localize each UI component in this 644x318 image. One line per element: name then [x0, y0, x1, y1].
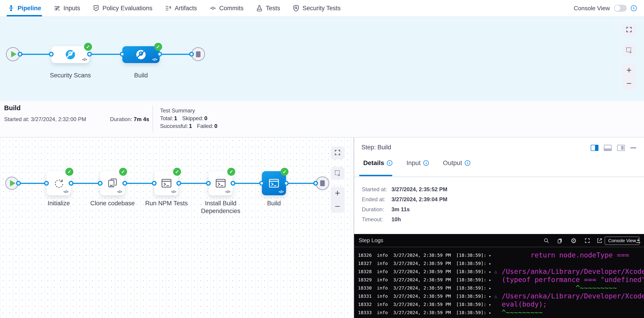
log-line-18331[interactable]: 18331info3/27/2024, 2:38:59 PM[18:38:59]…: [354, 294, 644, 302]
log-level: info: [377, 269, 388, 274]
pipeline-node-initialize[interactable]: </>✓: [47, 171, 71, 195]
policy-icon: [92, 4, 100, 12]
tab-info-icon[interactable]: i: [387, 160, 392, 166]
nav-right: Console View i: [574, 5, 644, 12]
tab-label: Security Tests: [302, 5, 341, 12]
tab-label: Details: [363, 159, 384, 167]
log-time: [18:38:59]:: [456, 302, 486, 307]
log-line-18332[interactable]: 18332info3/27/2024, 2:38:59 PM[18:38:59]…: [354, 302, 644, 310]
console-view-info-icon[interactable]: i: [631, 5, 637, 11]
log-open-external-icon[interactable]: [596, 237, 603, 244]
zoom-out-button[interactable]: −: [622, 77, 636, 90]
stage-summary: Build Started at: 3/27/2024, 2:32:00 PM …: [0, 101, 644, 137]
layout-bottom-icon[interactable]: [604, 145, 612, 151]
step-logs-title: Step Logs: [359, 237, 383, 244]
log-date: 3/27/2024, 2:38:59 PM: [393, 253, 451, 258]
log-line-18326[interactable]: 18326info3/27/2024, 2:38:59 PM[18:38:59]…: [354, 253, 644, 261]
log-search-icon[interactable]: [543, 237, 550, 244]
tab-security-tests[interactable]: Security Tests: [292, 0, 341, 16]
console-view-toggle[interactable]: [614, 5, 627, 11]
log-line-18333[interactable]: 18333info3/27/2024, 2:38:59 PM[18:38:59]…: [354, 310, 644, 318]
log-line-number: 18329: [358, 277, 372, 283]
log-caret-icon[interactable]: ▸: [489, 269, 492, 274]
log-caret-icon[interactable]: ▸: [489, 261, 492, 266]
tab-commits[interactable]: Commits: [209, 0, 244, 16]
log-level: info: [377, 261, 388, 266]
log-caret-icon[interactable]: ▸: [489, 286, 492, 291]
canvas-select-button[interactable]: [622, 44, 636, 57]
node-label: Security Scans: [36, 71, 104, 79]
canvas-fullscreen-button[interactable]: [622, 23, 636, 36]
edge-connector-dot: [206, 181, 211, 186]
play-icon: [11, 51, 16, 57]
code-view-icon: </>: [225, 190, 230, 194]
log-expand-icon[interactable]: [584, 237, 591, 244]
step-logs-header: Step Logs ⚙ Console View: [354, 234, 644, 247]
tab-inputs[interactable]: Inputs: [54, 0, 80, 16]
pipeline-node-clone-codebase[interactable]: </>✓: [100, 171, 124, 195]
tab-policy-evaluations[interactable]: Policy Evaluations: [92, 0, 152, 16]
field-value: 10h: [392, 216, 401, 223]
tab-artifacts[interactable]: Artifacts: [165, 0, 197, 16]
log-level: info: [377, 310, 388, 315]
field-label: Timeout:: [362, 216, 383, 223]
log-copy-icon[interactable]: [556, 237, 564, 244]
summary-divider: [152, 106, 153, 132]
canvas-zoom-controls: +−: [331, 187, 344, 213]
code-view-icon: </>: [117, 190, 122, 194]
edge-connector-dot: [69, 181, 74, 186]
panel-layout-controls: [591, 145, 636, 151]
stage-pipeline-graph: </>✓Security Scans</>✓Build+−: [0, 17, 644, 101]
log-caret-icon[interactable]: ▸: [489, 294, 492, 299]
edge-connector-dot: [231, 181, 236, 186]
tab-tests[interactable]: Tests: [256, 0, 280, 16]
field-label: Duration:: [362, 206, 384, 213]
warning-icon: △: [494, 294, 497, 299]
log-download-icon[interactable]: [635, 237, 642, 244]
layout-split-right-icon[interactable]: [591, 145, 598, 151]
log-settings-icon[interactable]: ⚙: [570, 237, 577, 244]
tab-input[interactable]: Inputi: [406, 159, 429, 167]
edge-connector-dot: [120, 52, 125, 57]
workspace: </>✓Initialize</>✓Clone codebase</>✓Run …: [0, 137, 644, 318]
pipeline-node-run-npm-tests[interactable]: </>✓: [154, 171, 178, 195]
node-label: Build: [240, 199, 308, 207]
code-view-icon: </>: [152, 57, 157, 62]
test-summary-title: Test Summary: [160, 107, 195, 114]
log-level: info: [377, 277, 388, 283]
log-caret-icon[interactable]: ▸: [489, 310, 492, 315]
log-date: 3/27/2024, 2:38:59 PM: [393, 261, 451, 266]
layout-floating-icon[interactable]: [617, 145, 625, 151]
success-check-icon: ✓: [280, 168, 288, 176]
zoom-in-button[interactable]: +: [331, 187, 344, 200]
pipeline-node-build[interactable]: </>✓: [262, 171, 286, 195]
log-caret-icon[interactable]: ▸: [489, 302, 492, 307]
tab-info-icon[interactable]: i: [465, 160, 470, 166]
zoom-out-button[interactable]: −: [331, 200, 344, 213]
minimize-panel-icon[interactable]: [630, 147, 636, 148]
pipeline-node-security-scans[interactable]: </>✓: [51, 46, 90, 63]
toggle-knob: [614, 5, 620, 11]
canvas-fullscreen-button[interactable]: [331, 146, 344, 159]
stop-icon: [196, 51, 200, 57]
tab-details[interactable]: Detailsi: [363, 159, 392, 167]
canvas-select-button[interactable]: [331, 167, 344, 180]
pipeline-node-build[interactable]: </>✓: [122, 46, 160, 63]
tab-pipeline[interactable]: Pipeline: [8, 0, 41, 16]
zoom-in-button[interactable]: +: [622, 64, 636, 77]
tab-label: Pipeline: [18, 5, 41, 12]
tab-info-icon[interactable]: i: [423, 160, 429, 166]
log-time: [18:38:59]:: [456, 277, 486, 283]
nav-tabs: PipelineInputsPolicy EvaluationsArtifact…: [8, 0, 341, 16]
log-caret-icon[interactable]: ▸: [489, 278, 492, 282]
log-line-number: 18327: [358, 261, 372, 266]
console-view-button[interactable]: Console View: [604, 237, 640, 245]
edge-connector-dot: [49, 52, 54, 57]
successful-label: Successful:: [160, 123, 188, 129]
log-date: 3/27/2024, 2:38:59 PM: [393, 310, 451, 315]
log-caret-icon[interactable]: ▸: [489, 253, 492, 258]
pipeline-node-install-build-dependencies[interactable]: </>✓: [208, 171, 233, 195]
log-level: info: [377, 253, 388, 258]
tab-output[interactable]: Outputi: [443, 159, 470, 167]
tab-label: Output: [443, 159, 462, 167]
